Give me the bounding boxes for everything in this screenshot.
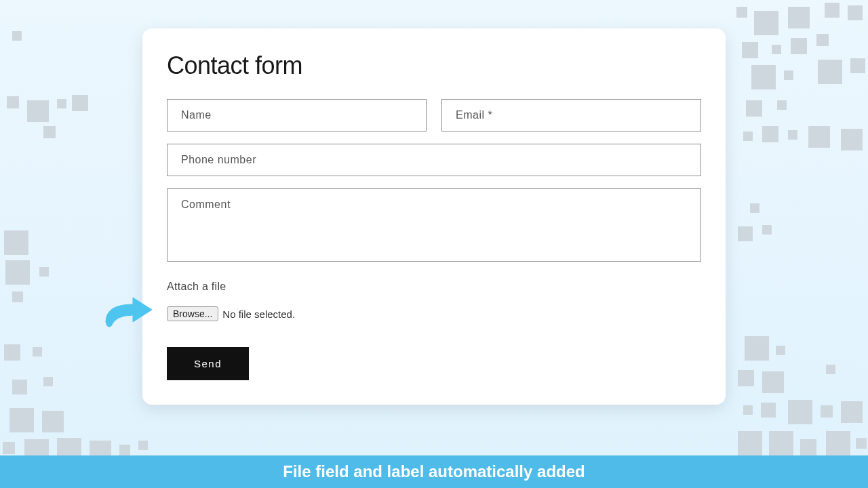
email-field[interactable]: Email * (441, 99, 701, 131)
file-status: No file selected. (222, 308, 295, 320)
file-input-row: Browse... No file selected. (167, 306, 701, 321)
phone-field[interactable]: Phone number (167, 144, 701, 176)
name-field[interactable]: Name (167, 99, 427, 131)
contact-form-card: Contact form Name Email * Phone number C… (142, 28, 726, 405)
form-title: Contact form (167, 52, 701, 80)
caption-banner: File field and label automatically added (0, 455, 868, 488)
browse-button[interactable]: Browse... (167, 306, 218, 321)
name-email-row: Name Email * (167, 99, 701, 131)
attach-label: Attach a file (167, 281, 701, 293)
comment-field[interactable]: Comment (167, 188, 701, 262)
send-button[interactable]: Send (167, 347, 249, 380)
phone-row: Phone number (167, 144, 701, 176)
caption-text: File field and label automatically added (283, 462, 585, 481)
